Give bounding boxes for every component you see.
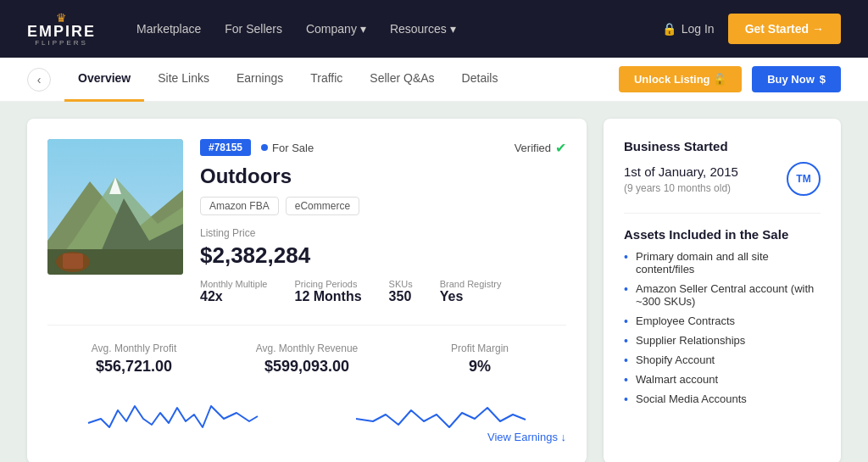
listing-title: Outdoors (200, 164, 566, 188)
tab-seller-qas[interactable]: Seller Q&As (356, 58, 448, 102)
crown-icon: ♛ (56, 12, 67, 24)
buy-now-button[interactable]: Buy Now $ (752, 66, 841, 92)
list-item: Amazon Seller Central account (with ~300… (624, 282, 821, 308)
subnav: ‹ Overview Site Links Earnings Traffic S… (0, 58, 868, 102)
logo-name: EMPIRE (27, 24, 96, 39)
nav-links: Marketplace For Sellers Company ▾ Resour… (136, 22, 635, 36)
pricing-periods: Pricing Periods 12 Months (294, 279, 361, 304)
get-started-button[interactable]: Get Started → (728, 14, 841, 44)
listing-header: #78155 For Sale Verified ✔ Outdoors Amaz… (47, 139, 566, 304)
business-age: (9 years 10 months old) (624, 182, 787, 194)
back-button[interactable]: ‹ (27, 68, 51, 92)
svg-rect-7 (63, 253, 83, 269)
divider (624, 213, 821, 214)
avg-monthly-revenue: Avg. Monthly Revenue $599,093.00 (220, 342, 393, 376)
skus: SKUs 350 (389, 279, 413, 304)
monthly-multiple: Monthly Multiple 42x (200, 279, 267, 304)
listing-info: #78155 For Sale Verified ✔ Outdoors Amaz… (200, 139, 566, 304)
dollar-icon: $ (820, 73, 826, 86)
navbar: ♛ EMPIRE FLIPPERS Marketplace For Seller… (0, 0, 868, 58)
listing-card: #78155 For Sale Verified ✔ Outdoors Amaz… (27, 119, 587, 462)
listing-metrics: Monthly Multiple 42x Pricing Periods 12 … (200, 279, 566, 304)
login-label: Log In (682, 22, 715, 36)
charts-row: View Earnings ↓ (47, 389, 566, 443)
check-icon: ✔ (555, 140, 566, 156)
tab-earnings[interactable]: Earnings (223, 58, 297, 102)
listing-badges: #78155 For Sale Verified ✔ (200, 139, 566, 156)
chart-left (47, 389, 298, 443)
lock-icon: 🔒 (662, 22, 676, 36)
list-item: Shopify Account (624, 353, 821, 366)
login-button[interactable]: 🔒 Log In (662, 22, 715, 36)
list-item: Primary domain and all site content/file… (624, 250, 821, 276)
tag-amazon-fba: Amazon FBA (200, 197, 279, 215)
biz-date-info: 1st of January, 2015 (9 years 10 months … (624, 164, 787, 194)
listing-status: For Sale (261, 142, 314, 154)
list-item: Employee Contracts (624, 314, 821, 327)
brand-registry: Brand Registry Yes (440, 279, 502, 304)
list-item: Social Media Accounts (624, 392, 821, 405)
buy-now-label: Buy Now (767, 73, 815, 86)
list-item: Supplier Relationships (624, 334, 821, 347)
view-earnings-link[interactable]: View Earnings ↓ (487, 431, 566, 443)
unlock-label: Unlock Listing 🔓 (634, 73, 726, 86)
business-date: 1st of January, 2015 (624, 164, 787, 179)
assets-list: Primary domain and all site content/file… (624, 250, 821, 405)
tabs: Overview Site Links Earnings Traffic Sel… (64, 58, 619, 102)
unlock-listing-button[interactable]: Unlock Listing 🔓 (619, 66, 742, 92)
stats-row: Avg. Monthly Profit $56,721.00 Avg. Mont… (47, 325, 566, 376)
main-content: #78155 For Sale Verified ✔ Outdoors Amaz… (0, 102, 868, 462)
biz-date-row: 1st of January, 2015 (9 years 10 months … (624, 162, 821, 196)
logo-sub: FLIPPERS (35, 39, 88, 47)
tab-traffic[interactable]: Traffic (297, 58, 356, 102)
list-item: Walmart account (624, 373, 821, 386)
trademark-badge: TM (787, 162, 821, 196)
verified-badge: Verified ✔ (515, 140, 566, 156)
subnav-right: Unlock Listing 🔓 Buy Now $ (619, 66, 841, 92)
assets-section: Assets Included in the Sale Primary doma… (624, 227, 821, 405)
nav-for-sellers[interactable]: For Sellers (225, 22, 282, 36)
tab-details[interactable]: Details (448, 58, 512, 102)
status-dot (261, 144, 268, 151)
nav-right: 🔒 Log In Get Started → (662, 14, 841, 44)
business-started-section: Business Started 1st of January, 2015 (9… (624, 139, 821, 196)
listing-image (47, 139, 183, 275)
listing-id: #78155 (200, 139, 251, 156)
right-panel: Business Started 1st of January, 2015 (9… (604, 119, 841, 462)
avg-monthly-profit: Avg. Monthly Profit $56,721.00 (47, 342, 220, 376)
nav-company[interactable]: Company ▾ (306, 22, 366, 36)
nav-marketplace[interactable]: Marketplace (136, 22, 201, 36)
nav-resources[interactable]: Resources ▾ (390, 22, 456, 36)
business-started-title: Business Started (624, 139, 821, 153)
price-label: Listing Price (200, 227, 566, 239)
logo[interactable]: ♛ EMPIRE FLIPPERS (27, 12, 96, 47)
tab-overview[interactable]: Overview (64, 58, 144, 102)
assets-title: Assets Included in the Sale (624, 227, 821, 242)
listing-tags: Amazon FBA eCommerce (200, 197, 566, 215)
profit-margin: Profit Margin 9% (393, 342, 566, 376)
tab-site-links[interactable]: Site Links (144, 58, 223, 102)
tag-ecommerce: eCommerce (286, 197, 359, 215)
listing-price: $2,382,284 (200, 242, 566, 269)
